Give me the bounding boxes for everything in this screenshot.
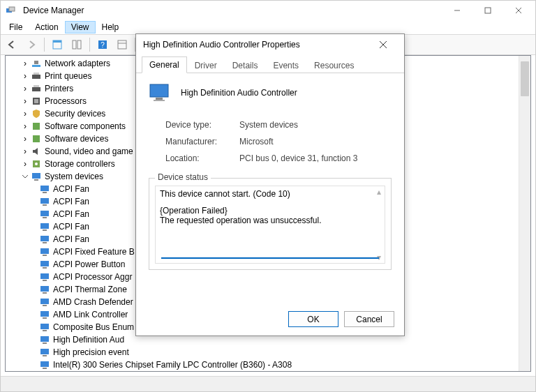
svg-rect-7 [53, 40, 61, 43]
tree-label: ACPI Fan [53, 197, 89, 206]
device-icon [39, 347, 50, 358]
tree-label: ACPI Fan [53, 184, 89, 194]
scroll-up-icon[interactable]: ▴ [377, 187, 381, 197]
svg-rect-33 [40, 186, 49, 191]
svg-rect-34 [43, 192, 47, 193]
device-icon [39, 296, 50, 308]
printer-icon [31, 83, 42, 94]
svg-point-30 [35, 163, 38, 165]
svg-rect-53 [40, 311, 49, 317]
menu-file[interactable]: File [3, 22, 28, 33]
titlebar[interactable]: Device Manager [1, 1, 535, 20]
device-status-text[interactable]: This device cannot start. (Code 10) {Ope… [155, 186, 385, 264]
dialog-close-button[interactable] [369, 34, 397, 55]
svg-rect-28 [33, 135, 40, 142]
close-button[interactable] [503, 1, 534, 20]
svg-rect-38 [43, 217, 47, 218]
expand-icon[interactable]: › [21, 160, 29, 168]
tree-label: AMD Crash Defender [53, 297, 133, 307]
tree-label: ACPI Processor Aggr [53, 272, 132, 282]
back-button[interactable] [3, 36, 20, 53]
device-icon [39, 183, 50, 195]
tree-label: Composite Bus Enum [53, 322, 134, 332]
storage-icon [31, 158, 42, 169]
general-panel: High Definition Audio Controller Device … [136, 73, 404, 276]
device-icon [39, 259, 50, 270]
tree-label: Software devices [45, 134, 108, 144]
svg-rect-43 [40, 248, 49, 254]
tree-label: Intel(R) 300 Series Chipset Family LPC C… [53, 360, 292, 370]
help-icon[interactable]: ? [94, 36, 111, 53]
tree-label: ACPI Fixed Feature B [53, 247, 135, 257]
cancel-button[interactable]: Cancel [344, 311, 394, 327]
svg-rect-52 [43, 305, 47, 306]
forward-button[interactable] [23, 36, 40, 53]
svg-rect-24 [34, 85, 39, 87]
tree-label: ACPI Fan [53, 209, 89, 219]
svg-rect-67 [150, 84, 168, 97]
tree-label: Security devices [45, 109, 105, 119]
expand-icon[interactable]: › [21, 59, 29, 68]
svg-rect-62 [43, 368, 47, 369]
tab-driver[interactable]: Driver [187, 57, 225, 73]
status-line: {Operation Failed} [160, 206, 380, 216]
expand-icon[interactable]: › [21, 72, 29, 80]
device-type-label: Device type: [165, 116, 239, 133]
tab-resources[interactable]: Resources [306, 57, 362, 73]
expand-icon[interactable]: › [21, 84, 29, 93]
svg-rect-39 [40, 223, 49, 229]
manufacturer-value: Microsoft [239, 133, 274, 150]
expand-icon[interactable]: › [21, 147, 29, 156]
component-icon [31, 133, 42, 144]
device-icon [39, 209, 50, 220]
tree-child[interactable]: Intel(R) 300 Series Chipset Family LPC C… [8, 359, 516, 371]
tab-details[interactable]: Details [225, 57, 266, 73]
tab-general[interactable]: General [142, 56, 187, 73]
component-icon [31, 121, 42, 132]
collapse-icon[interactable] [21, 172, 29, 181]
device-status-legend: Device status [155, 172, 211, 182]
svg-rect-69 [154, 100, 165, 101]
toolbar-icon[interactable] [49, 36, 66, 53]
status-scrollbar[interactable]: ▴ ▾ [374, 187, 384, 262]
svg-rect-54 [43, 317, 47, 319]
menu-action[interactable]: Action [29, 22, 64, 33]
speaker-icon [31, 146, 42, 157]
shield-icon [31, 108, 42, 119]
svg-rect-49 [40, 286, 49, 292]
svg-rect-12 [118, 40, 126, 49]
tree-label: Network adapters [45, 59, 110, 68]
expand-icon[interactable]: › [21, 122, 29, 130]
expand-icon[interactable]: › [21, 97, 29, 105]
svg-rect-35 [40, 198, 49, 204]
vertical-scrollbar[interactable] [519, 56, 530, 371]
minimize-button[interactable] [442, 1, 472, 20]
expand-icon[interactable]: › [21, 110, 29, 118]
tab-events[interactable]: Events [265, 57, 306, 73]
svg-rect-22 [34, 73, 39, 75]
tree-label: Processors [45, 96, 87, 106]
system-icon [31, 171, 42, 182]
svg-text:?: ? [100, 41, 105, 49]
properties-dialog: High Definition Audio Controller Propert… [135, 33, 405, 336]
menu-help[interactable]: Help [96, 22, 125, 33]
expand-icon[interactable]: › [21, 135, 29, 143]
svg-rect-40 [43, 229, 47, 231]
dialog-titlebar[interactable]: High Definition Audio Controller Propert… [136, 34, 404, 55]
toolbar-icon[interactable] [68, 36, 85, 53]
maximize-button[interactable] [472, 1, 503, 20]
svg-rect-60 [43, 355, 47, 356]
svg-rect-45 [40, 261, 49, 266]
toolbar-icon[interactable] [114, 36, 131, 53]
svg-rect-19 [32, 65, 40, 67]
svg-rect-31 [32, 173, 40, 179]
menu-view[interactable]: View [66, 22, 95, 33]
svg-rect-23 [32, 87, 40, 91]
scrollbar-thumb[interactable] [521, 61, 529, 96]
ok-button[interactable]: OK [288, 311, 338, 327]
device-icon [39, 196, 50, 207]
manufacturer-label: Manufacturer: [165, 133, 239, 150]
tree-child[interactable]: High precision event [8, 346, 516, 359]
svg-rect-20 [34, 61, 38, 64]
device-icon [39, 271, 50, 282]
